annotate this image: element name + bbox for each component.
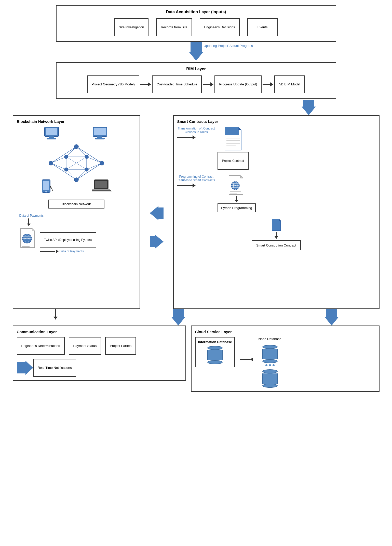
- realtime-arrow: [17, 361, 33, 375]
- svg-point-40: [45, 191, 47, 192]
- programming-label: Programming of Contract Clauses to Smart…: [177, 175, 215, 182]
- box-events-label: Events: [258, 25, 268, 30]
- box-5d-bim: 5D BIM Model: [274, 75, 305, 93]
- project-contract-box: Project Contract: [218, 152, 249, 170]
- svg-line-20: [66, 147, 76, 157]
- box-project-geometry: Project Geometry (3D Model): [87, 75, 139, 93]
- node-db-cylinder-1: [262, 345, 278, 363]
- svg-marker-65: [240, 176, 243, 178]
- box-progress-update: Progress Update (Output): [214, 75, 262, 93]
- transformation-label: Transformation of .Contract Clauses to R…: [177, 127, 215, 134]
- middle-section: Blockchain Network Layer: [13, 115, 380, 309]
- smart-contract-area: Smart Constrction Contract: [177, 218, 375, 250]
- cyl-bottom-1: [207, 360, 223, 364]
- network-diamond: [46, 143, 107, 184]
- box-site-investigation-label: Site Investigation: [119, 25, 144, 30]
- box-project-parties: Project Parties: [105, 337, 136, 355]
- transf-arrow: [177, 135, 215, 139]
- laptop-icon: [92, 178, 112, 192]
- box-site-investigation: Site Investigation: [114, 18, 148, 36]
- cyl-top-1: [207, 346, 223, 350]
- dot-1: [265, 364, 267, 366]
- arrow-sc-down: [171, 309, 185, 326]
- horiz-shaft-3: [263, 84, 270, 85]
- smart-contract-flow: Smart Constrction Contract: [252, 218, 301, 250]
- horiz-shaft-1: [140, 84, 148, 85]
- project-contract-area: Project Contract: [218, 127, 249, 170]
- computer-icon-left: [43, 127, 61, 141]
- horiz-head-2: [210, 82, 213, 86]
- box-records-label: Records from Site: [161, 25, 187, 30]
- svg-line-37: [87, 163, 102, 170]
- box-payment-status: Payment Status: [69, 337, 101, 355]
- svg-line-36: [51, 163, 66, 170]
- programming-text-area: Programming of Contract Clauses to Smart…: [177, 175, 215, 188]
- box-cost-loaded: Cost-loaded Time Schedule: [152, 75, 202, 93]
- layer2-boxes: Project Geometry (3D Model) Cost-loaded …: [62, 75, 331, 93]
- project-parties-label: Project Parties: [110, 344, 131, 348]
- svg-text:< >: < >: [25, 237, 29, 240]
- box-project-geometry-label: Project Geometry (3D Model): [92, 82, 135, 87]
- node-db-label: Node Database: [258, 337, 281, 341]
- node-cyl-bottom-1: [262, 359, 278, 363]
- svg-rect-58: [225, 127, 239, 135]
- payment-status-label: Payment Status: [73, 344, 97, 348]
- node-db-area: Node Database: [258, 337, 281, 388]
- svg-line-21: [76, 147, 87, 157]
- box-cost-loaded-label: Cost-loaded Time Schedule: [157, 82, 197, 87]
- arrow1-label: Updating Project' Actual Progress: [204, 44, 253, 48]
- svg-rect-39: [43, 181, 49, 190]
- box-5d-bim-label: 5D BIM Model: [279, 82, 300, 87]
- horiz-head-1: [148, 82, 151, 86]
- horiz-head-3: [270, 82, 273, 86]
- computers-top-row: [43, 127, 110, 141]
- svg-marker-59: [239, 127, 241, 130]
- svg-rect-3: [47, 138, 56, 139]
- svg-marker-75: [279, 219, 281, 221]
- layer1-boxes: Site Investigation Records from Site Eng…: [62, 18, 331, 36]
- sc-content: Transformation of .Contract Clauses to R…: [177, 127, 375, 253]
- cloud-inner: Information Database Node Database: [195, 337, 375, 388]
- svg-rect-44: [95, 181, 107, 188]
- smart-contract-label: Smart Constrction Contract: [256, 243, 296, 247]
- engineers-det-label: Engineer's Determinations: [21, 344, 60, 348]
- phone-icon: [41, 178, 53, 195]
- info-db-box: Information Database: [195, 337, 235, 367]
- python-label: Python Programming: [221, 206, 252, 210]
- node-to-info-arrow: [240, 357, 253, 361]
- data-payments-label-1: Data of Payments: [19, 214, 44, 217]
- data-acquisition-layer: Data Acquisition Layer (Inputs) Site Inv…: [56, 5, 336, 42]
- blockchain-network-label: Blockchain Network: [62, 202, 91, 206]
- comm-layer: Communication Layer Engineer's Determina…: [13, 326, 186, 381]
- realtime-label: Real-Time Notifications: [38, 366, 72, 370]
- box-progress-update-label: Progress Update (Output): [219, 82, 257, 87]
- dot-3: [273, 364, 275, 366]
- arrow-to-cloud: [325, 309, 339, 326]
- svg-marker-47: [32, 228, 35, 231]
- project-contract-doc: [223, 127, 243, 151]
- info-db-label: Information Database: [198, 340, 232, 344]
- node-cyl-body-1: [262, 349, 278, 359]
- box-realtime: Real-Time Notifications: [33, 359, 76, 377]
- svg-line-35: [87, 157, 102, 163]
- twilio-box: Twilio API (Deployed using Python): [40, 232, 97, 248]
- svg-text:<>: <>: [233, 184, 236, 187]
- box-records-from-site: Records from Site: [156, 18, 192, 36]
- box-engineers-decisions: Engineer's Decisions: [200, 18, 240, 36]
- svg-rect-1: [46, 128, 57, 135]
- sc-left-column: Transformation of .Contract Clauses to R…: [177, 127, 375, 253]
- arrow-right-block: [150, 235, 164, 249]
- python-doc-icon: <>: [228, 175, 246, 195]
- realtime-with-arrow: Real-Time Notifications: [17, 359, 76, 377]
- sc-top-area: Transformation of .Contract Clauses to R…: [177, 127, 375, 250]
- python-box: Python Programming: [218, 203, 256, 212]
- dot-row: [265, 364, 275, 366]
- node-cyl-top-1: [262, 345, 278, 349]
- transformation-area: Transformation of .Contract Clauses to R…: [177, 127, 215, 139]
- horiz-shaft-2: [203, 84, 210, 85]
- svg-rect-6: [97, 136, 102, 138]
- smart-construction-contract-box: Smart Constrction Contract: [252, 240, 301, 250]
- dot-2: [269, 364, 271, 366]
- blockchain-network-box: Blockchain Network: [48, 200, 104, 209]
- node-cyl-bottom-2: [262, 384, 278, 388]
